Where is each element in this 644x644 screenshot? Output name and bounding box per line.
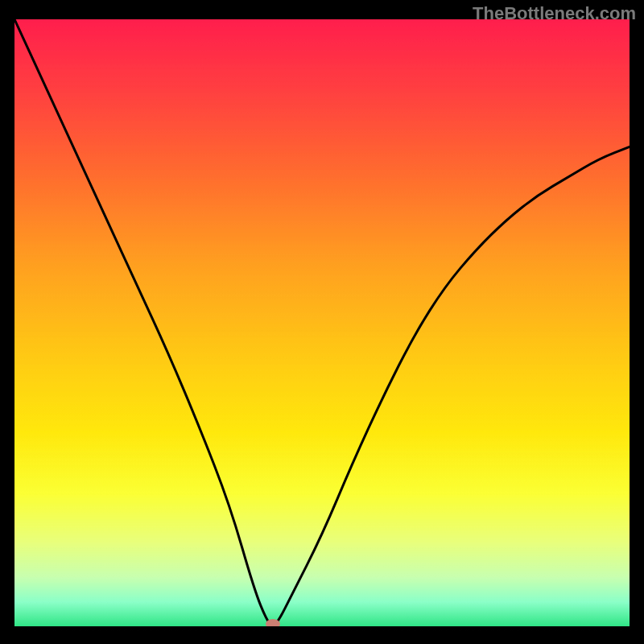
plot-area xyxy=(14,19,630,626)
bottleneck-curve xyxy=(14,19,630,626)
bottleneck-chart: TheBottleneck.com xyxy=(0,0,644,644)
minimum-marker xyxy=(266,619,280,626)
watermark-text: TheBottleneck.com xyxy=(473,3,636,24)
